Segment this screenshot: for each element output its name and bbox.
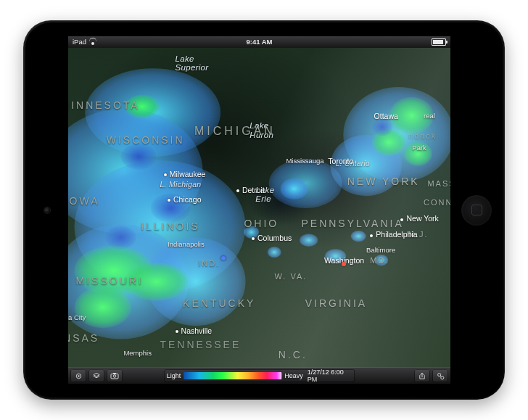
svg-point-5 <box>120 143 156 170</box>
svg-point-7 <box>105 226 136 249</box>
marker-blue <box>221 256 226 260</box>
front-camera <box>44 207 50 213</box>
settings-icon <box>437 372 445 380</box>
city-park: Park <box>412 144 426 152</box>
legend-gradient <box>183 372 281 379</box>
marker-red <box>342 262 346 266</box>
city-detroit: Detroit <box>236 186 265 194</box>
bottom-toolbar: Light Heavy 1/27/12 6:00 PM <box>68 368 450 384</box>
share-icon <box>418 372 426 380</box>
svg-point-21 <box>268 246 281 257</box>
state-virginia: VIRGINIA <box>305 297 367 309</box>
state-wisconsin: WISCONSIN <box>107 134 185 146</box>
city-milwaukee: Milwaukee <box>164 170 206 178</box>
svg-point-22 <box>300 234 318 247</box>
city-real: real <box>424 112 435 120</box>
status-time: 9:41 AM <box>68 36 450 48</box>
city-baltimore: Baltimore <box>366 246 395 254</box>
camera-button[interactable] <box>107 369 123 382</box>
svg-point-10 <box>74 287 131 328</box>
svg-point-27 <box>78 375 79 376</box>
city-mississauga: Mississauga <box>286 157 323 165</box>
state-illinois: ILLINOIS <box>141 221 200 232</box>
state-tennessee: TENNESSEE <box>160 339 241 350</box>
svg-rect-30 <box>113 373 116 374</box>
city-toronto: Toronto <box>328 157 353 165</box>
svg-point-24 <box>351 230 366 241</box>
city-philadelphia: Philadelphia <box>370 230 417 239</box>
city-chicago: Chicago <box>168 195 202 204</box>
share-button[interactable] <box>414 369 430 382</box>
state-ohio: OHIO <box>244 218 279 229</box>
state-kentucky: KENTUCKY <box>183 297 255 309</box>
city-indianapolis: Indianapolis <box>168 240 205 248</box>
lake-superior-label: LakeSuperior <box>176 54 209 73</box>
settings-button[interactable] <box>432 369 448 382</box>
city-ottawa: Ottawa <box>374 112 398 120</box>
svg-point-17 <box>372 118 393 136</box>
svg-point-4 <box>146 237 246 326</box>
label-ndack: ndack <box>408 131 437 140</box>
screen: iPad 9:41 AM <box>68 36 450 384</box>
legend-timestamp: 1/27/12 6:00 PM <box>306 368 352 383</box>
svg-point-29 <box>113 375 116 378</box>
city-columbus: Columbus <box>252 234 292 242</box>
state-pennsylvania: PENNSYLVANIA <box>301 218 403 229</box>
state-md: MD. <box>370 256 389 265</box>
svg-point-19 <box>280 178 308 199</box>
legend-left: Light <box>167 372 181 379</box>
layers-button[interactable] <box>88 369 104 382</box>
city-newyork: New York <box>400 214 438 223</box>
ipad-body: iPad 9:41 AM <box>23 20 505 400</box>
city-memphis: Memphis <box>123 349 152 357</box>
state-minnesota: MINNESOTA <box>68 99 140 111</box>
state-wva: W. VA. <box>275 272 308 281</box>
home-button[interactable] <box>461 195 492 226</box>
svg-point-18 <box>268 159 342 208</box>
state-nc: N.C. <box>279 349 308 361</box>
city-nashville: Nashville <box>176 326 213 335</box>
state-michigan: MICHIGAN <box>194 125 276 138</box>
city-nacity: na City <box>68 313 86 321</box>
layers-icon <box>92 372 101 380</box>
svg-point-8 <box>74 245 152 295</box>
camera-icon <box>110 372 119 379</box>
legend: Light Heavy 1/27/12 6:00 PM <box>164 369 355 382</box>
radar-map[interactable]: LakeSuperior LakeHuron L. Michigan LakeE… <box>68 48 450 368</box>
battery-icon <box>432 38 446 46</box>
state-newyork: NEW YORK <box>347 176 420 187</box>
state-conn: CONN. <box>424 198 450 207</box>
state-kansas: KANSAS <box>68 332 99 344</box>
state-iowa: IOWA <box>68 195 100 207</box>
legend-right: Heavy <box>284 372 303 379</box>
state-mass: MASS. <box>427 179 450 188</box>
state-missouri: MISSOURI <box>76 275 144 287</box>
lake-michigan-label: L. Michigan <box>160 181 201 189</box>
locate-button[interactable] <box>70 369 86 382</box>
status-bar: iPad 9:41 AM <box>68 36 450 48</box>
locate-icon <box>75 372 83 380</box>
state-indiana: IND. <box>198 259 220 268</box>
svg-point-15 <box>372 128 406 156</box>
